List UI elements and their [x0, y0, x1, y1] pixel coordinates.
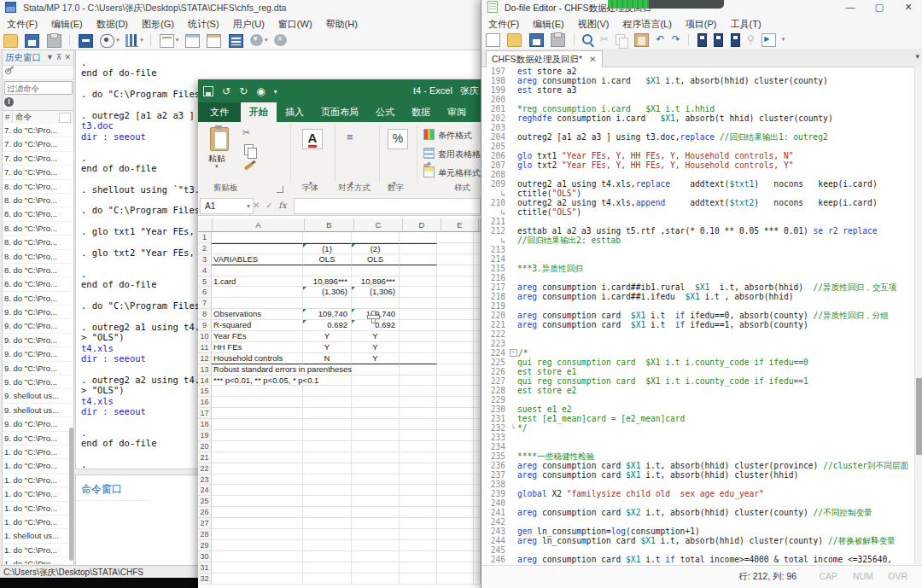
- cell-A24[interactable]: [212, 485, 303, 496]
- align-dropdown-icon[interactable]: ▾: [350, 180, 353, 187]
- font-dropdown-icon[interactable]: ▾: [309, 180, 312, 187]
- cell-B20[interactable]: [303, 441, 352, 452]
- cell-A2[interactable]: [212, 243, 303, 254]
- cell-B16[interactable]: [303, 397, 352, 408]
- cell-A17[interactable]: [212, 408, 303, 419]
- cell-C31[interactable]: [352, 562, 400, 573]
- cell-B19[interactable]: [303, 430, 352, 441]
- row-header[interactable]: 29: [198, 540, 212, 551]
- row-header[interactable]: 4: [198, 265, 212, 277]
- history-scrollbar[interactable]: [69, 428, 73, 561]
- more-dropdown-icon[interactable]: ▾: [265, 37, 268, 44]
- excel-share-icon[interactable]: ◉: [256, 80, 265, 103]
- cell-E2[interactable]: [437, 243, 474, 254]
- row-header[interactable]: 10: [198, 331, 212, 342]
- cell-B22[interactable]: [303, 463, 352, 474]
- cell-A13[interactable]: Robust standard errors in parentheses: [212, 364, 303, 376]
- history-row[interactable]: 1. do "C:\Pro...: [3, 487, 73, 501]
- name-box[interactable]: A1▾: [200, 198, 254, 214]
- cell-B12[interactable]: N: [303, 353, 352, 364]
- cell-E18[interactable]: [437, 419, 474, 430]
- row-header[interactable]: 32: [198, 573, 212, 585]
- alignment-icon[interactable]: ≡: [347, 131, 353, 143]
- graph-icon[interactable]: [125, 34, 138, 47]
- cell-A14[interactable]: *** p<0.01, ** p<0.05, * p<0.1: [212, 376, 303, 387]
- cell-E8[interactable]: [437, 309, 474, 320]
- cell-B24[interactable]: [303, 485, 352, 496]
- cell-C1[interactable]: [352, 232, 400, 243]
- cell-C22[interactable]: [352, 463, 400, 474]
- cell-D2[interactable]: [400, 243, 437, 254]
- excel-undo-icon[interactable]: ↺: [222, 80, 230, 103]
- cell-A28[interactable]: [212, 529, 303, 540]
- cell-A26[interactable]: [212, 507, 303, 518]
- format-painter-icon[interactable]: [244, 162, 253, 170]
- cell-B10[interactable]: Y: [303, 331, 352, 342]
- undo-icon[interactable]: ↶: [656, 33, 664, 45]
- column-command[interactable]: 命令: [12, 112, 32, 123]
- find-icon[interactable]: [582, 34, 592, 44]
- cell-A3[interactable]: VARIABLES: [212, 254, 303, 265]
- cell-D17[interactable]: [400, 408, 437, 419]
- cell-E13[interactable]: [437, 364, 474, 376]
- cell-A30[interactable]: [212, 551, 303, 562]
- tab-close-icon[interactable]: ✕: [589, 55, 596, 64]
- row-header[interactable]: 9: [198, 320, 212, 331]
- cell-B11[interactable]: Y: [303, 342, 352, 353]
- cell-A4[interactable]: [212, 265, 303, 277]
- menu-item[interactable]: 项目(P): [679, 16, 724, 32]
- cell-B7[interactable]: [303, 298, 352, 309]
- menu-item[interactable]: 图形(G): [135, 16, 181, 32]
- history-row[interactable]: 9. do "C:\Pro...: [3, 362, 73, 376]
- row-header[interactable]: 13: [198, 364, 212, 376]
- cell-B31[interactable]: [303, 562, 352, 573]
- cell-D26[interactable]: [400, 507, 437, 518]
- cell-A1[interactable]: [212, 232, 303, 243]
- save-do-file-icon[interactable]: [529, 33, 544, 47]
- cell-A19[interactable]: [212, 430, 303, 441]
- cell-E11[interactable]: [437, 342, 474, 353]
- cell-B15[interactable]: [303, 386, 352, 397]
- panel-pin-icon[interactable]: ⊼: [56, 50, 62, 65]
- cell-D20[interactable]: [400, 441, 437, 452]
- cell-D18[interactable]: [400, 419, 437, 430]
- column-hash[interactable]: #: [5, 112, 9, 121]
- column-header-B[interactable]: B: [305, 218, 354, 232]
- cell-E4[interactable]: [437, 265, 474, 277]
- history-row[interactable]: 1. do "C:\Pro...: [3, 515, 73, 529]
- cell-D11[interactable]: [400, 342, 437, 353]
- row-header[interactable]: 8: [198, 309, 212, 320]
- fold-open-icon[interactable]: −: [510, 349, 517, 357]
- excel-redo-icon[interactable]: ↻: [239, 80, 248, 103]
- cell-D31[interactable]: [400, 562, 437, 573]
- cell-D16[interactable]: [400, 397, 437, 408]
- cell-E15[interactable]: [437, 386, 474, 397]
- graph-dropdown-icon[interactable]: ▾: [140, 37, 143, 44]
- cell-D5[interactable]: [400, 277, 437, 288]
- more-icon[interactable]: [250, 34, 263, 46]
- cell-E17[interactable]: [437, 408, 474, 419]
- cell-D24[interactable]: [400, 485, 437, 496]
- previous-bookmark-icon[interactable]: [714, 33, 723, 47]
- history-row[interactable]: 9. do "C:\Pro...: [3, 306, 73, 319]
- cell-C12[interactable]: Y: [352, 353, 400, 364]
- open-icon[interactable]: [3, 34, 18, 48]
- cell-D6[interactable]: [400, 287, 437, 298]
- cell-B26[interactable]: [303, 507, 352, 518]
- cell-C32[interactable]: [352, 573, 400, 585]
- cell-C11[interactable]: Y: [352, 342, 400, 353]
- namebox-dropdown-icon[interactable]: ▾: [247, 199, 250, 213]
- history-row[interactable]: 7. do "C:\Pro...: [3, 124, 73, 137]
- cell-E23[interactable]: [437, 474, 474, 486]
- cell-A15[interactable]: [212, 386, 303, 397]
- cell-D1[interactable]: [400, 232, 437, 243]
- dofile-tab[interactable]: CHFS数据处理及回归*✕: [486, 50, 603, 67]
- history-filter-input[interactable]: [4, 81, 73, 95]
- dofile-dropdown-icon[interactable]: ▾: [176, 37, 179, 44]
- insert-function-icon[interactable]: fx: [278, 201, 286, 210]
- cell-B18[interactable]: [303, 419, 352, 430]
- cell-A20[interactable]: [212, 441, 303, 452]
- formula-bar-input[interactable]: [294, 198, 481, 214]
- cell-D23[interactable]: [400, 474, 437, 486]
- excel-save-icon[interactable]: [203, 86, 213, 96]
